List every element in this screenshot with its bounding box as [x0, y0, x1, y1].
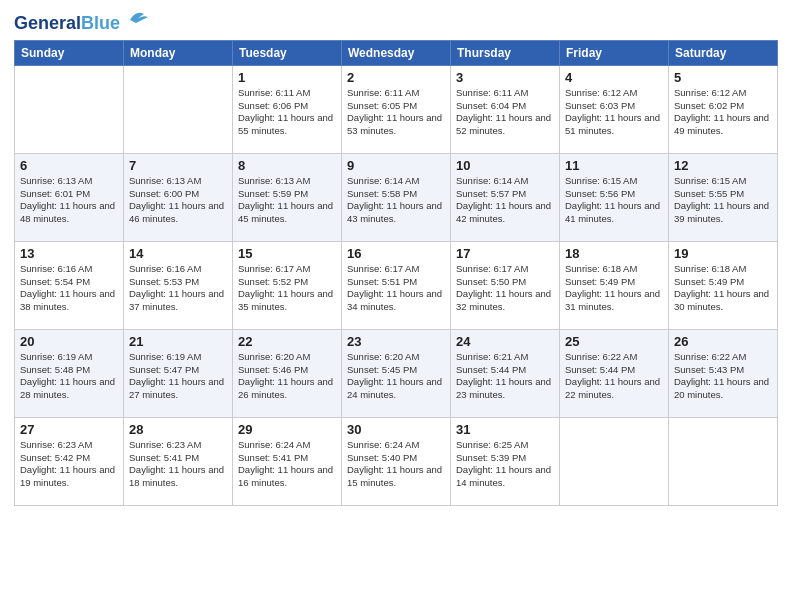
day-number: 14	[129, 246, 227, 261]
day-number: 25	[565, 334, 663, 349]
calendar-cell: 20Sunrise: 6:19 AM Sunset: 5:48 PM Dayli…	[15, 329, 124, 417]
calendar-cell	[669, 417, 778, 505]
header: GeneralBlue	[14, 10, 778, 34]
day-number: 24	[456, 334, 554, 349]
logo-text-blue: Blue	[81, 13, 120, 33]
calendar-cell: 28Sunrise: 6:23 AM Sunset: 5:41 PM Dayli…	[124, 417, 233, 505]
calendar-cell: 17Sunrise: 6:17 AM Sunset: 5:50 PM Dayli…	[451, 241, 560, 329]
day-number: 15	[238, 246, 336, 261]
day-info: Sunrise: 6:14 AM Sunset: 5:58 PM Dayligh…	[347, 175, 445, 226]
day-info: Sunrise: 6:18 AM Sunset: 5:49 PM Dayligh…	[674, 263, 772, 314]
calendar-cell: 6Sunrise: 6:13 AM Sunset: 6:01 PM Daylig…	[15, 153, 124, 241]
calendar-cell: 25Sunrise: 6:22 AM Sunset: 5:44 PM Dayli…	[560, 329, 669, 417]
day-info: Sunrise: 6:22 AM Sunset: 5:43 PM Dayligh…	[674, 351, 772, 402]
day-number: 29	[238, 422, 336, 437]
day-number: 28	[129, 422, 227, 437]
day-info: Sunrise: 6:13 AM Sunset: 6:01 PM Dayligh…	[20, 175, 118, 226]
day-number: 13	[20, 246, 118, 261]
week-row-5: 27Sunrise: 6:23 AM Sunset: 5:42 PM Dayli…	[15, 417, 778, 505]
calendar-cell: 5Sunrise: 6:12 AM Sunset: 6:02 PM Daylig…	[669, 65, 778, 153]
calendar-cell: 19Sunrise: 6:18 AM Sunset: 5:49 PM Dayli…	[669, 241, 778, 329]
day-info: Sunrise: 6:20 AM Sunset: 5:45 PM Dayligh…	[347, 351, 445, 402]
day-info: Sunrise: 6:19 AM Sunset: 5:48 PM Dayligh…	[20, 351, 118, 402]
day-info: Sunrise: 6:17 AM Sunset: 5:51 PM Dayligh…	[347, 263, 445, 314]
day-number: 7	[129, 158, 227, 173]
day-info: Sunrise: 6:11 AM Sunset: 6:04 PM Dayligh…	[456, 87, 554, 138]
day-number: 11	[565, 158, 663, 173]
day-number: 23	[347, 334, 445, 349]
calendar-cell: 22Sunrise: 6:20 AM Sunset: 5:46 PM Dayli…	[233, 329, 342, 417]
calendar-cell: 16Sunrise: 6:17 AM Sunset: 5:51 PM Dayli…	[342, 241, 451, 329]
calendar-cell: 29Sunrise: 6:24 AM Sunset: 5:41 PM Dayli…	[233, 417, 342, 505]
week-row-1: 1Sunrise: 6:11 AM Sunset: 6:06 PM Daylig…	[15, 65, 778, 153]
logo-text-general: GeneralBlue	[14, 14, 120, 34]
weekday-header-sunday: Sunday	[15, 40, 124, 65]
day-info: Sunrise: 6:24 AM Sunset: 5:41 PM Dayligh…	[238, 439, 336, 490]
calendar-cell: 1Sunrise: 6:11 AM Sunset: 6:06 PM Daylig…	[233, 65, 342, 153]
week-row-2: 6Sunrise: 6:13 AM Sunset: 6:01 PM Daylig…	[15, 153, 778, 241]
calendar-cell: 14Sunrise: 6:16 AM Sunset: 5:53 PM Dayli…	[124, 241, 233, 329]
day-info: Sunrise: 6:21 AM Sunset: 5:44 PM Dayligh…	[456, 351, 554, 402]
calendar-cell: 31Sunrise: 6:25 AM Sunset: 5:39 PM Dayli…	[451, 417, 560, 505]
day-info: Sunrise: 6:13 AM Sunset: 6:00 PM Dayligh…	[129, 175, 227, 226]
day-info: Sunrise: 6:12 AM Sunset: 6:03 PM Dayligh…	[565, 87, 663, 138]
day-number: 9	[347, 158, 445, 173]
calendar-cell: 10Sunrise: 6:14 AM Sunset: 5:57 PM Dayli…	[451, 153, 560, 241]
week-row-3: 13Sunrise: 6:16 AM Sunset: 5:54 PM Dayli…	[15, 241, 778, 329]
day-number: 17	[456, 246, 554, 261]
weekday-header-friday: Friday	[560, 40, 669, 65]
weekday-header-monday: Monday	[124, 40, 233, 65]
calendar-cell: 9Sunrise: 6:14 AM Sunset: 5:58 PM Daylig…	[342, 153, 451, 241]
calendar-cell: 13Sunrise: 6:16 AM Sunset: 5:54 PM Dayli…	[15, 241, 124, 329]
calendar-cell: 27Sunrise: 6:23 AM Sunset: 5:42 PM Dayli…	[15, 417, 124, 505]
calendar-cell: 7Sunrise: 6:13 AM Sunset: 6:00 PM Daylig…	[124, 153, 233, 241]
weekday-header-wednesday: Wednesday	[342, 40, 451, 65]
weekday-header-tuesday: Tuesday	[233, 40, 342, 65]
calendar-cell: 8Sunrise: 6:13 AM Sunset: 5:59 PM Daylig…	[233, 153, 342, 241]
calendar-cell: 23Sunrise: 6:20 AM Sunset: 5:45 PM Dayli…	[342, 329, 451, 417]
day-number: 18	[565, 246, 663, 261]
day-number: 5	[674, 70, 772, 85]
page: GeneralBlue SundayMondayTuesdayWednesday…	[0, 0, 792, 612]
day-number: 27	[20, 422, 118, 437]
calendar-cell	[15, 65, 124, 153]
day-number: 20	[20, 334, 118, 349]
day-number: 12	[674, 158, 772, 173]
day-info: Sunrise: 6:24 AM Sunset: 5:40 PM Dayligh…	[347, 439, 445, 490]
day-info: Sunrise: 6:18 AM Sunset: 5:49 PM Dayligh…	[565, 263, 663, 314]
calendar-cell: 24Sunrise: 6:21 AM Sunset: 5:44 PM Dayli…	[451, 329, 560, 417]
day-info: Sunrise: 6:15 AM Sunset: 5:56 PM Dayligh…	[565, 175, 663, 226]
calendar-cell: 4Sunrise: 6:12 AM Sunset: 6:03 PM Daylig…	[560, 65, 669, 153]
day-number: 21	[129, 334, 227, 349]
day-number: 31	[456, 422, 554, 437]
day-number: 10	[456, 158, 554, 173]
calendar-cell: 2Sunrise: 6:11 AM Sunset: 6:05 PM Daylig…	[342, 65, 451, 153]
logo: GeneralBlue	[14, 14, 152, 34]
day-info: Sunrise: 6:25 AM Sunset: 5:39 PM Dayligh…	[456, 439, 554, 490]
day-info: Sunrise: 6:12 AM Sunset: 6:02 PM Dayligh…	[674, 87, 772, 138]
calendar-cell: 15Sunrise: 6:17 AM Sunset: 5:52 PM Dayli…	[233, 241, 342, 329]
day-number: 26	[674, 334, 772, 349]
day-info: Sunrise: 6:17 AM Sunset: 5:52 PM Dayligh…	[238, 263, 336, 314]
day-info: Sunrise: 6:17 AM Sunset: 5:50 PM Dayligh…	[456, 263, 554, 314]
day-info: Sunrise: 6:14 AM Sunset: 5:57 PM Dayligh…	[456, 175, 554, 226]
day-info: Sunrise: 6:16 AM Sunset: 5:53 PM Dayligh…	[129, 263, 227, 314]
day-info: Sunrise: 6:20 AM Sunset: 5:46 PM Dayligh…	[238, 351, 336, 402]
day-number: 16	[347, 246, 445, 261]
calendar-cell: 30Sunrise: 6:24 AM Sunset: 5:40 PM Dayli…	[342, 417, 451, 505]
day-info: Sunrise: 6:22 AM Sunset: 5:44 PM Dayligh…	[565, 351, 663, 402]
calendar-cell: 26Sunrise: 6:22 AM Sunset: 5:43 PM Dayli…	[669, 329, 778, 417]
day-number: 8	[238, 158, 336, 173]
day-number: 4	[565, 70, 663, 85]
day-info: Sunrise: 6:16 AM Sunset: 5:54 PM Dayligh…	[20, 263, 118, 314]
day-number: 1	[238, 70, 336, 85]
calendar-cell: 21Sunrise: 6:19 AM Sunset: 5:47 PM Dayli…	[124, 329, 233, 417]
day-info: Sunrise: 6:19 AM Sunset: 5:47 PM Dayligh…	[129, 351, 227, 402]
calendar-table: SundayMondayTuesdayWednesdayThursdayFrid…	[14, 40, 778, 506]
calendar-cell: 11Sunrise: 6:15 AM Sunset: 5:56 PM Dayli…	[560, 153, 669, 241]
calendar-cell: 18Sunrise: 6:18 AM Sunset: 5:49 PM Dayli…	[560, 241, 669, 329]
calendar-cell	[560, 417, 669, 505]
calendar-cell: 12Sunrise: 6:15 AM Sunset: 5:55 PM Dayli…	[669, 153, 778, 241]
day-info: Sunrise: 6:11 AM Sunset: 6:06 PM Dayligh…	[238, 87, 336, 138]
day-info: Sunrise: 6:15 AM Sunset: 5:55 PM Dayligh…	[674, 175, 772, 226]
